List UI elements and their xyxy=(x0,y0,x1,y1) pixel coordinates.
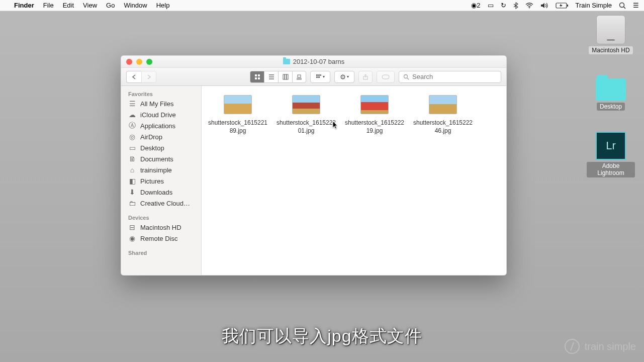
nav-buttons xyxy=(126,71,156,83)
desktop-hd-label: Macintosh HD xyxy=(589,46,632,54)
folder-icon xyxy=(596,78,626,101)
icon-view-button[interactable] xyxy=(250,71,264,83)
titlebar[interactable]: 2012-10-07 barns xyxy=(121,56,506,68)
documents-icon: 🗎 xyxy=(128,155,136,163)
action-button[interactable]: ▾ xyxy=(334,71,354,83)
sidebar-creative-cloud[interactable]: 🗀Creative Cloud… xyxy=(121,198,201,209)
file-thumbnail-icon xyxy=(360,95,389,114)
svg-rect-15 xyxy=(298,75,301,77)
svg-rect-26 xyxy=(382,75,389,79)
desktop-lr-label: Adobe Lightroom xyxy=(587,162,635,177)
sidebar-pictures[interactable]: ◧Pictures xyxy=(121,175,201,187)
file-grid[interactable]: shutterstock_161522189.jpg shutterstock_… xyxy=(202,86,506,275)
search-input[interactable] xyxy=(412,73,497,80)
zoom-button[interactable] xyxy=(146,59,152,65)
svg-line-28 xyxy=(407,78,409,79)
sidebar-shared-header: Shared xyxy=(121,248,201,257)
coverflow-view-button[interactable] xyxy=(292,71,306,83)
svg-rect-6 xyxy=(258,74,260,76)
spotlight-icon[interactable] xyxy=(619,2,626,9)
svg-rect-14 xyxy=(287,74,288,79)
menu-help[interactable]: Help xyxy=(156,2,170,9)
wifi-icon[interactable] xyxy=(525,3,533,9)
desktop-hd[interactable]: Macintosh HD xyxy=(587,15,635,54)
desktop-lightroom[interactable]: Lr Adobe Lightroom xyxy=(587,132,635,177)
arrange-button[interactable]: ▾ xyxy=(310,71,330,83)
cloud-icon: ☁ xyxy=(128,111,136,119)
icloud-count: 2 xyxy=(477,2,480,9)
svg-line-4 xyxy=(624,7,626,9)
minimize-button[interactable] xyxy=(136,59,142,65)
file-item[interactable]: shutterstock_161522219.jpg xyxy=(341,95,408,135)
column-view-button[interactable] xyxy=(278,71,292,83)
file-thumbnail-icon xyxy=(429,95,457,114)
sidebar-devices-header: Devices xyxy=(121,213,201,222)
sidebar-applications[interactable]: ⒶApplications xyxy=(121,120,201,131)
back-button[interactable] xyxy=(126,71,141,83)
file-item[interactable]: shutterstock_161522189.jpg xyxy=(205,95,271,135)
sidebar-all-my-files[interactable]: ☰All My Files xyxy=(121,98,201,109)
downloads-icon: ⬇ xyxy=(128,188,136,196)
list-view-button[interactable] xyxy=(264,71,278,83)
notification-center-icon[interactable]: ☰ xyxy=(633,2,639,9)
svg-point-24 xyxy=(342,76,343,77)
airplay-icon[interactable]: ▭ xyxy=(488,2,494,9)
file-item[interactable]: shutterstock_161522246.jpg xyxy=(410,95,476,135)
folder-small-icon: 🗀 xyxy=(128,199,136,207)
svg-rect-13 xyxy=(285,74,286,79)
search-field[interactable] xyxy=(399,71,501,83)
tags-button[interactable] xyxy=(377,71,395,83)
user-menu[interactable]: Train Simple xyxy=(576,2,612,9)
sidebar-airdrop[interactable]: ◎AirDrop xyxy=(121,131,201,142)
bluetooth-icon[interactable] xyxy=(513,2,518,9)
svg-rect-8 xyxy=(258,77,260,79)
close-button[interactable] xyxy=(126,59,132,65)
finder-body: Favorites ☰All My Files ☁iCloud Drive ⒶA… xyxy=(121,86,506,275)
menubar-left: Finder File Edit View Go Window Help xyxy=(5,2,169,9)
svg-rect-18 xyxy=(316,74,318,76)
sidebar-icloud[interactable]: ☁iCloud Drive xyxy=(121,109,201,120)
sidebar-documents[interactable]: 🗎Documents xyxy=(121,153,201,164)
desktop-folder[interactable]: Desktop xyxy=(587,74,635,111)
file-name: shutterstock_161522219.jpg xyxy=(341,119,408,135)
icloud-status-icon[interactable]: ◉ 2 xyxy=(471,2,480,9)
subtitle-caption: 我们可以导入jpg格式文件 xyxy=(222,325,422,348)
app-name[interactable]: Finder xyxy=(14,2,34,9)
sidebar-downloads[interactable]: ⬇Downloads xyxy=(121,187,201,198)
menu-edit[interactable]: Edit xyxy=(63,2,74,9)
menu-window[interactable]: Window xyxy=(124,2,147,9)
window-title: 2012-10-07 barns xyxy=(283,58,345,65)
lightroom-icon: Lr xyxy=(596,132,626,160)
traffic-lights xyxy=(126,59,152,65)
apps-icon: Ⓐ xyxy=(128,122,136,130)
sidebar-home[interactable]: ⌂trainsimple xyxy=(121,164,201,175)
menubar: Finder File Edit View Go Window Help ◉ 2… xyxy=(0,0,644,11)
sidebar-macintosh-hd[interactable]: ⊟Macintosh HD xyxy=(121,222,201,233)
svg-point-27 xyxy=(404,74,408,78)
file-name: shutterstock_161522189.jpg xyxy=(205,119,271,135)
menu-view[interactable]: View xyxy=(83,2,97,9)
title-folder-icon xyxy=(283,59,290,64)
file-name: shutterstock_161522201.jpg xyxy=(273,119,339,135)
desktop-folder-label: Desktop xyxy=(597,103,625,111)
menu-go[interactable]: Go xyxy=(106,2,115,9)
pictures-icon: ◧ xyxy=(128,177,136,185)
airdrop-icon: ◎ xyxy=(128,133,136,141)
sidebar-favorites-header: Favorites xyxy=(121,89,201,98)
search-icon xyxy=(403,74,409,80)
svg-rect-19 xyxy=(318,74,320,76)
svg-point-3 xyxy=(620,3,624,7)
battery-icon[interactable] xyxy=(556,3,569,9)
menu-file[interactable]: File xyxy=(43,2,54,9)
sidebar: Favorites ☰All My Files ☁iCloud Drive ⒶA… xyxy=(121,86,202,275)
sidebar-remote-disc[interactable]: ◉Remote Disc xyxy=(121,233,201,244)
share-button[interactable] xyxy=(358,71,373,83)
sidebar-desktop[interactable]: ▭Desktop xyxy=(121,142,201,153)
forward-button[interactable] xyxy=(141,71,156,83)
all-files-icon: ☰ xyxy=(128,100,136,108)
file-item[interactable]: shutterstock_161522201.jpg xyxy=(273,95,339,135)
volume-icon[interactable] xyxy=(540,3,548,9)
menubar-right: ◉ 2 ▭ ↻ Train Simple ☰ xyxy=(471,2,639,9)
view-mode-group xyxy=(250,71,306,83)
timemachine-icon[interactable]: ↻ xyxy=(501,2,506,9)
